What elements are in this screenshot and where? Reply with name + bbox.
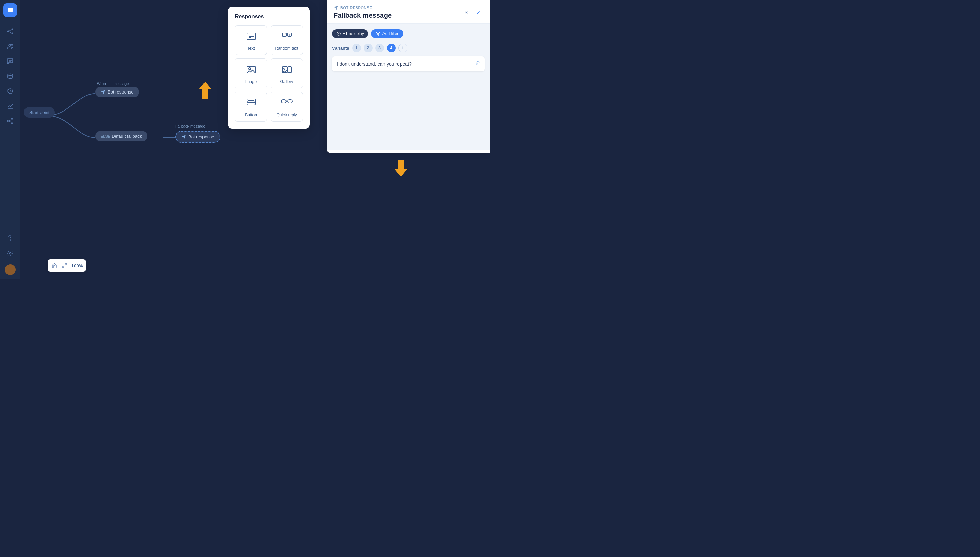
- close-panel-button[interactable]: ×: [461, 8, 471, 17]
- svg-point-3: [11, 33, 13, 34]
- variants-label: Variants: [332, 46, 350, 50]
- svg-marker-20: [199, 81, 211, 99]
- svg-rect-41: [287, 99, 292, 103]
- confirm-panel-button[interactable]: ✓: [474, 8, 483, 17]
- response-gallery-label: Gallery: [280, 79, 293, 84]
- arrow-down-indicator: [199, 81, 211, 100]
- response-button-label: Button: [245, 112, 257, 117]
- svg-point-33: [249, 68, 251, 70]
- response-item-text[interactable]: T Text: [235, 25, 267, 55]
- svg-text:T: T: [288, 33, 290, 36]
- svg-text:T: T: [250, 33, 252, 36]
- svg-rect-37: [247, 101, 255, 105]
- quick-reply-icon: [280, 96, 294, 110]
- random-text-icon: T T: [280, 29, 294, 43]
- variant-4-button[interactable]: 4: [387, 44, 396, 52]
- svg-point-1: [7, 31, 9, 32]
- image-icon: [244, 63, 258, 77]
- zoom-value: 100%: [70, 263, 84, 268]
- svg-marker-43: [376, 32, 380, 36]
- svg-marker-21: [395, 160, 407, 177]
- variant-1-button[interactable]: 1: [352, 44, 361, 52]
- sidebar-item-flow[interactable]: [4, 25, 16, 37]
- svg-point-18: [10, 240, 11, 240]
- add-variant-button[interactable]: +: [399, 44, 407, 52]
- expand-zoom-button[interactable]: [60, 261, 69, 270]
- svg-line-45: [63, 266, 64, 268]
- panel-toolbar: +1.5s delay Add filter: [332, 29, 485, 38]
- sidebar-item-integrations[interactable]: [4, 115, 16, 127]
- svg-point-2: [11, 29, 13, 30]
- sidebar: [0, 0, 20, 278]
- panel-header: BOT RESPONSE Fallback message × ✓: [327, 0, 490, 24]
- node-bot-response-2[interactable]: Bot response: [175, 131, 220, 143]
- panel-title: Fallback message: [333, 11, 392, 20]
- svg-line-16: [9, 120, 11, 121]
- svg-line-44: [65, 264, 67, 265]
- variant-2-button[interactable]: 2: [364, 44, 372, 52]
- svg-point-6: [8, 44, 11, 46]
- svg-line-4: [9, 29, 11, 31]
- response-item-quick-reply[interactable]: Quick reply: [271, 92, 303, 122]
- node-start[interactable]: Start point: [24, 107, 55, 118]
- responses-popup-title: Responses: [235, 14, 303, 20]
- message-text: I don't understand, can you repeat?: [337, 61, 412, 67]
- welcome-label: Welcome message: [97, 81, 129, 86]
- avatar[interactable]: [5, 264, 16, 275]
- zoom-controls: 100%: [47, 259, 86, 272]
- sidebar-item-help[interactable]: [4, 232, 16, 244]
- svg-point-36: [284, 68, 285, 69]
- panel-body: +1.5s delay Add filter Variants 1 2 3 4 …: [327, 24, 490, 150]
- panel-actions: × ✓: [461, 8, 483, 17]
- delete-message-button[interactable]: [475, 60, 480, 67]
- response-item-gallery[interactable]: Gallery: [271, 59, 303, 88]
- svg-rect-40: [281, 99, 286, 103]
- sidebar-item-database[interactable]: [4, 70, 16, 82]
- gallery-icon: [280, 63, 294, 77]
- svg-line-5: [9, 32, 11, 33]
- variant-3-button[interactable]: 3: [375, 44, 384, 52]
- svg-point-13: [8, 121, 9, 122]
- svg-line-17: [9, 121, 11, 122]
- response-text-label: Text: [247, 46, 255, 50]
- response-random-text-label: Random text: [275, 46, 298, 50]
- add-filter-button[interactable]: Add filter: [371, 29, 403, 38]
- panel-tag: BOT RESPONSE: [333, 5, 392, 10]
- fallback-label: Fallback message: [175, 124, 206, 128]
- svg-point-19: [9, 252, 11, 254]
- sidebar-item-users[interactable]: [4, 40, 16, 52]
- node-default-fallback[interactable]: ELSE Default fallback: [95, 131, 147, 142]
- svg-rect-0: [8, 8, 13, 11]
- svg-point-10: [8, 74, 13, 76]
- sidebar-item-settings[interactable]: [4, 247, 16, 259]
- response-item-image[interactable]: Image: [235, 59, 267, 88]
- panel-header-left: BOT RESPONSE Fallback message: [333, 5, 392, 20]
- sidebar-item-conversations[interactable]: [4, 55, 16, 67]
- node-bot-response-1[interactable]: Bot response: [95, 87, 139, 97]
- svg-rect-35: [288, 67, 291, 73]
- text-icon: T: [244, 29, 258, 43]
- responses-popup: Responses T Text: [228, 7, 310, 129]
- svg-point-15: [11, 122, 13, 124]
- svg-text:T: T: [283, 33, 285, 36]
- bot-response-panel: BOT RESPONSE Fallback message × ✓ +1.5s …: [327, 0, 490, 153]
- canvas: Welcome message Start point Bot response…: [20, 0, 490, 278]
- svg-point-7: [11, 44, 13, 46]
- button-icon: [244, 96, 258, 110]
- responses-grid: T Text T T Random text: [235, 25, 303, 122]
- response-item-button[interactable]: Button: [235, 92, 267, 122]
- svg-point-14: [11, 119, 13, 121]
- message-card: I don't understand, can you repeat?: [332, 57, 485, 72]
- sidebar-item-history[interactable]: [4, 85, 16, 97]
- sidebar-item-analytics[interactable]: [4, 100, 16, 112]
- arrow-up-indicator: [395, 160, 407, 178]
- response-item-random-text[interactable]: T T Random text: [271, 25, 303, 55]
- response-quick-reply-label: Quick reply: [276, 112, 297, 117]
- logo[interactable]: [3, 3, 17, 17]
- delay-button[interactable]: +1.5s delay: [332, 29, 368, 38]
- response-image-label: Image: [245, 79, 256, 84]
- home-zoom-button[interactable]: [50, 261, 59, 270]
- variants-row: Variants 1 2 3 4 +: [332, 44, 485, 52]
